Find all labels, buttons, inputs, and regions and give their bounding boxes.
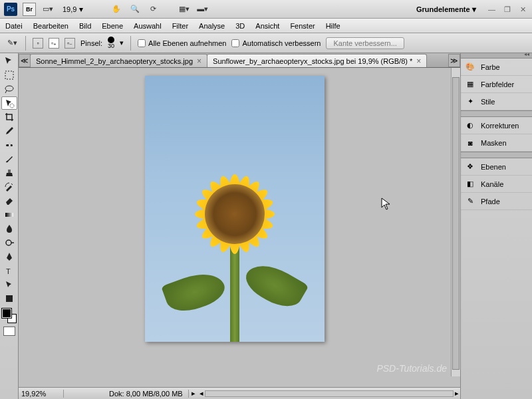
panel-masken[interactable]: ◙Masken [461,134,532,152]
svg-rect-5 [8,170,11,173]
toolbox: T [0,53,19,399]
brush-label: Pinsel: [80,39,102,47]
tab-close-icon[interactable]: × [416,57,421,66]
hand-tool-icon[interactable]: ✋ [110,3,123,16]
clone-stamp-tool-icon[interactable] [1,166,17,180]
quick-selection-tool-icon[interactable] [1,96,17,110]
status-doc-size[interactable]: Dok: 8,00 MB/8,00 MB [104,390,189,398]
svg-point-2 [10,104,14,108]
document-area: ≪ Sonne_Himmel_2_by_archaeopteryx_stocks… [19,53,460,399]
svg-point-7 [6,240,11,245]
rotate-view-icon[interactable]: ⟳ [147,3,160,16]
svg-text:T: T [6,267,11,275]
workspace-switcher[interactable]: Grundelemente ▾ [412,3,480,15]
menu-fenster[interactable]: Fenster [290,22,315,30]
menu-bar: Datei Bearbeiten Bild Ebene Auswahl Filt… [0,19,532,33]
menu-hilfe[interactable]: Hilfe [326,22,340,30]
quick-mask-icon[interactable] [3,327,15,336]
add-selection-icon[interactable]: ▫₊ [49,38,59,49]
panel-farbe[interactable]: 🎨Farbe [461,59,532,76]
panel-collapse-icon[interactable] [461,53,532,59]
screen-mode-icon[interactable]: ▬▾ [196,3,209,16]
panel-farbfelder[interactable]: ▦Farbfelder [461,76,532,93]
current-tool-icon[interactable]: ✎▾ [5,37,19,50]
panels-dock: 🎨Farbe ▦Farbfelder ✦Stile ◐Korrekturen ◙… [460,53,532,399]
menu-ansicht[interactable]: Ansicht [255,22,279,30]
svg-rect-6 [5,213,13,217]
auto-enhance-checkbox[interactable]: Automatisch verbessern [231,39,321,47]
path-selection-tool-icon[interactable] [1,278,17,291]
mouse-cursor-icon [381,198,392,212]
pen-tool-icon[interactable] [1,250,17,263]
bridge-icon[interactable]: Br [23,3,36,16]
photoshop-logo-icon: Ps [4,3,17,16]
brush-preset-picker[interactable]: 30 [108,37,114,49]
panel-pfade[interactable]: ✎Pfade [461,193,532,210]
zoom-level-selector[interactable]: 19,9 ▾ [60,3,86,15]
image-content [161,266,229,318]
tabs-scroll-right-icon[interactable]: ≫ [448,54,460,67]
color-swatches[interactable] [2,309,17,323]
canvas-viewport[interactable]: PSD-Tutorials.de [19,68,460,387]
healing-brush-tool-icon[interactable] [1,138,17,152]
document-tab-1[interactable]: Sonne_Himmel_2_by_archaeopteryx_stocks.j… [30,54,207,67]
panel-kanaele[interactable]: ◧Kanäle [461,176,532,193]
tab-label: Sunflower_by_archaeopteryx_stocks.jpg be… [213,57,412,65]
svg-rect-4 [9,142,11,148]
menu-bild[interactable]: Bild [79,22,91,30]
refine-edge-button[interactable]: Kante verbessern... [326,37,404,49]
masks-icon: ◙ [465,138,475,148]
brush-tool-icon[interactable] [1,152,17,166]
status-arrow-icon[interactable]: ▸ [189,389,198,398]
palette-icon: 🎨 [465,62,475,72]
move-tool-icon[interactable] [1,55,17,68]
status-zoom[interactable]: 19,92% [19,390,64,398]
arrange-docs-icon[interactable]: ▦▾ [178,3,191,16]
layout-dropdown-icon[interactable]: ▭▾ [41,3,55,16]
panel-ebenen[interactable]: ❖Ebenen [461,158,532,176]
lasso-tool-icon[interactable] [1,82,17,96]
menu-bearbeiten[interactable]: Bearbeiten [33,22,68,30]
panel-korrekturen[interactable]: ◐Korrekturen [461,117,532,134]
adjustments-icon: ◐ [465,120,475,131]
subtract-selection-icon[interactable]: ▫₋ [65,38,75,49]
channels-icon: ◧ [465,179,475,190]
sample-all-layers-checkbox[interactable]: Alle Ebenen aufnehmen [138,39,226,47]
brush-dropdown-icon[interactable]: ▾ [120,39,124,47]
menu-ebene[interactable]: Ebene [102,22,123,30]
horizontal-scrollbar[interactable]: ◂▸ [198,389,460,398]
history-brush-tool-icon[interactable] [1,180,17,194]
tabs-scroll-left-icon[interactable]: ≪ [19,54,31,67]
menu-filter[interactable]: Filter [172,22,188,30]
styles-icon: ✦ [465,96,475,107]
zoom-tool-icon[interactable]: 🔍 [128,3,142,16]
vertical-scrollbar[interactable] [451,68,460,376]
blur-tool-icon[interactable] [1,222,17,235]
svg-rect-9 [6,295,13,302]
maximize-icon[interactable]: ❐ [504,5,512,13]
document-canvas [145,76,325,342]
window-titlebar: Ps Br ▭▾ 19,9 ▾ ✋ 🔍 ⟳ ▦▾ ▬▾ Grundelement… [0,0,532,19]
image-content [241,256,309,315]
menu-analyse[interactable]: Analyse [199,22,225,30]
shape-tool-icon[interactable] [1,292,17,305]
document-tab-2[interactable]: Sunflower_by_archaeopteryx_stocks.jpg be… [207,54,427,67]
eyedropper-tool-icon[interactable] [1,124,17,138]
foreground-color-icon[interactable] [2,309,11,318]
marquee-tool-icon[interactable] [1,68,17,82]
new-selection-icon[interactable]: ▫ [33,38,43,49]
gradient-tool-icon[interactable] [1,208,17,221]
eraser-tool-icon[interactable] [1,194,17,207]
swatches-icon: ▦ [465,79,475,90]
tab-close-icon[interactable]: × [197,57,201,66]
crop-tool-icon[interactable] [1,110,17,124]
minimize-icon[interactable]: — [488,5,496,13]
close-icon[interactable]: ✕ [520,5,528,13]
panel-stile[interactable]: ✦Stile [461,93,532,110]
dodge-tool-icon[interactable] [1,236,17,249]
document-tabs: ≪ Sonne_Himmel_2_by_archaeopteryx_stocks… [19,53,460,68]
menu-datei[interactable]: Datei [5,22,23,30]
type-tool-icon[interactable]: T [1,264,17,277]
menu-auswahl[interactable]: Auswahl [134,22,162,30]
menu-3d[interactable]: 3D [235,22,245,30]
